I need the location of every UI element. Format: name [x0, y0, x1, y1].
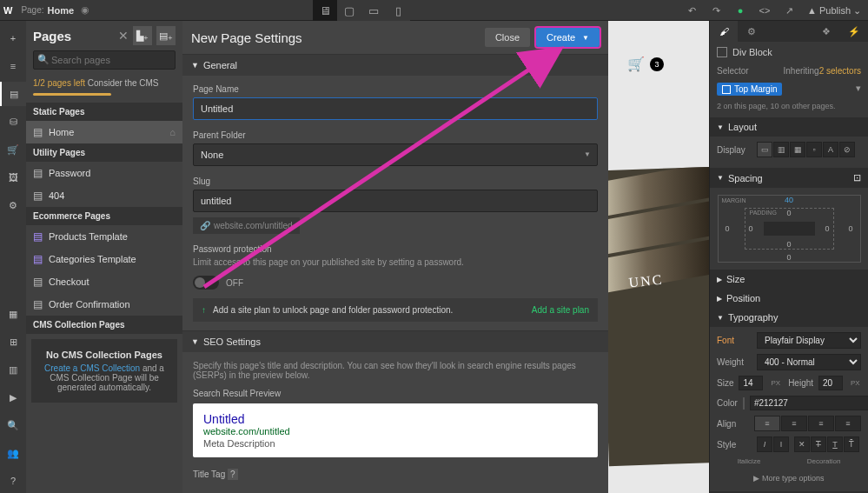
more-type-options[interactable]: ▶ More type options: [717, 470, 861, 486]
password-toggle[interactable]: OFF: [193, 276, 598, 290]
color-swatch[interactable]: [743, 397, 745, 410]
device-tablet-landscape-icon[interactable]: ▭: [361, 0, 386, 21]
export-icon[interactable]: ↗: [779, 0, 798, 21]
display-flex-icon[interactable]: ▥: [773, 142, 789, 157]
size-head[interactable]: ▶Size: [710, 270, 868, 289]
typography-head[interactable]: ▼Typography: [710, 308, 868, 327]
redo-icon[interactable]: ↷: [706, 0, 726, 21]
seo-section-head[interactable]: ▼ SEO Settings: [182, 331, 608, 352]
height-input[interactable]: [818, 376, 843, 390]
preview-eye-icon[interactable]: ◉: [81, 4, 89, 16]
add-site-plan-link[interactable]: Add a site plan: [532, 305, 589, 315]
page-item-order-conf[interactable]: ▤Order Confirmation: [26, 293, 182, 316]
cart-widget[interactable]: 🛒 3: [627, 56, 664, 72]
chevron-down-icon[interactable]: ▾: [856, 83, 861, 96]
add-element-icon[interactable]: +: [0, 26, 26, 50]
create-cms-link[interactable]: Create a CMS Collection: [44, 363, 140, 373]
people-icon[interactable]: 👥: [0, 441, 26, 465]
align-right-icon[interactable]: ≡: [808, 416, 834, 431]
margin-left-value[interactable]: 0: [726, 224, 730, 233]
search-pages-input[interactable]: [33, 50, 176, 70]
padding-bottom-value[interactable]: 0: [786, 240, 791, 249]
display-block-icon[interactable]: ▭: [757, 142, 772, 157]
size-input[interactable]: [739, 376, 763, 390]
slug-input[interactable]: [193, 190, 598, 212]
toggle-switch[interactable]: [193, 276, 219, 290]
page-item-404[interactable]: ▤404: [26, 184, 182, 207]
publish-button[interactable]: ▲ Publish ⌄: [807, 5, 861, 17]
close-button[interactable]: Close: [485, 28, 530, 47]
expand-icon[interactable]: ⊡: [853, 172, 861, 183]
spacing-editor[interactable]: MARGIN PADDING 40 0 0 0 0 0 0 0: [718, 195, 861, 263]
settings-rail-icon[interactable]: ⚙: [0, 193, 26, 217]
class-chip[interactable]: Top Margin: [717, 83, 782, 96]
navigator-icon[interactable]: ≡: [0, 54, 26, 78]
audit-icon[interactable]: ▥: [0, 357, 26, 382]
design-canvas[interactable]: 🛒 3 UNC: [608, 21, 709, 493]
status-ok-icon[interactable]: ●: [731, 0, 750, 21]
new-page-button[interactable]: ▤₊: [156, 26, 176, 45]
position-head[interactable]: ▶Position: [710, 289, 868, 308]
padding-top-value[interactable]: 0: [786, 209, 791, 217]
padding-right-value[interactable]: 0: [825, 224, 829, 233]
spacing-head[interactable]: ▼Spacing⊡: [710, 168, 868, 188]
margin-right-value[interactable]: 0: [848, 224, 852, 233]
align-justify-icon[interactable]: ≡: [835, 416, 861, 431]
help-icon[interactable]: ?: [0, 469, 26, 493]
video-icon[interactable]: ▶: [0, 385, 26, 410]
tab-style-brush-icon[interactable]: 🖌: [710, 21, 738, 42]
align-left-icon[interactable]: ≡: [754, 416, 780, 431]
display-inline-icon[interactable]: A: [823, 142, 838, 157]
create-button[interactable]: Create ▼: [536, 28, 600, 47]
page-item-categories[interactable]: ▤Categories Template: [26, 248, 182, 270]
deco-over-icon[interactable]: T̄: [844, 436, 859, 452]
weight-select[interactable]: 400 - Normal: [757, 354, 861, 370]
tab-effects-icon[interactable]: ⚡: [840, 21, 868, 42]
tab-interactions-icon[interactable]: ❖: [812, 21, 840, 42]
margin-bottom-value[interactable]: 0: [786, 253, 791, 262]
deco-underline-icon[interactable]: T: [827, 436, 843, 452]
page-name-input[interactable]: [193, 97, 598, 120]
grid-icon[interactable]: ⊞: [0, 330, 26, 354]
page-item-checkout[interactable]: ▤Checkout: [26, 270, 182, 293]
code-icon[interactable]: <>: [755, 0, 774, 21]
close-pages-icon[interactable]: ✕: [118, 29, 129, 43]
w-logo-icon[interactable]: W: [3, 5, 12, 16]
interactions-icon[interactable]: ▦: [0, 302, 26, 326]
deco-none-icon[interactable]: ✕: [794, 436, 810, 452]
title-tag-label: Title Tag ?: [193, 470, 598, 479]
display-inline-block-icon[interactable]: ▫: [806, 142, 822, 157]
color-input[interactable]: [750, 396, 868, 410]
ecommerce-icon[interactable]: 🛒: [0, 137, 26, 162]
device-desktop-icon[interactable]: 🖥: [313, 0, 337, 21]
page-item-products[interactable]: ▤Products Template: [26, 225, 182, 248]
undo-icon[interactable]: ↶: [682, 0, 701, 21]
align-center-icon[interactable]: ≡: [781, 416, 807, 431]
parent-folder-select[interactable]: None: [193, 143, 598, 166]
italic-off-icon[interactable]: I: [773, 436, 789, 452]
search-rail-icon[interactable]: 🔍: [0, 413, 26, 437]
page-item-home[interactable]: ▤ Home ⌂: [26, 121, 182, 143]
help-icon[interactable]: ?: [228, 469, 238, 480]
display-grid-icon[interactable]: ▦: [790, 142, 805, 157]
italic-icon[interactable]: I: [757, 436, 772, 452]
device-mobile-icon[interactable]: ▯: [386, 0, 410, 21]
margin-top-value[interactable]: 40: [785, 196, 793, 204]
instance-count: 2 on this page, 10 on other pages.: [710, 99, 868, 117]
pages-panel-icon[interactable]: ▤: [0, 82, 26, 106]
layout-head[interactable]: ▼Layout: [710, 117, 868, 137]
page-item-password[interactable]: ▤Password: [26, 162, 182, 184]
cms-icon[interactable]: ⛁: [0, 110, 26, 134]
right-panel-tabs: 🖌 ⚙ ❖ ⚡: [710, 21, 868, 42]
current-page-name[interactable]: Home: [48, 5, 75, 16]
tab-settings-gear-icon[interactable]: ⚙: [738, 21, 765, 42]
device-tablet-icon[interactable]: ▢: [337, 0, 361, 21]
font-select[interactable]: Playfair Display: [757, 332, 861, 349]
deco-strike-icon[interactable]: T̶: [811, 436, 826, 452]
general-section-head[interactable]: ▼ General: [182, 55, 608, 76]
new-folder-button[interactable]: ▙₊: [133, 26, 152, 45]
assets-icon[interactable]: 🖼: [0, 165, 26, 190]
inheriting-link[interactable]: 2 selectors: [819, 66, 861, 76]
display-none-icon[interactable]: ⊘: [839, 142, 855, 157]
padding-left-value[interactable]: 0: [749, 224, 753, 233]
